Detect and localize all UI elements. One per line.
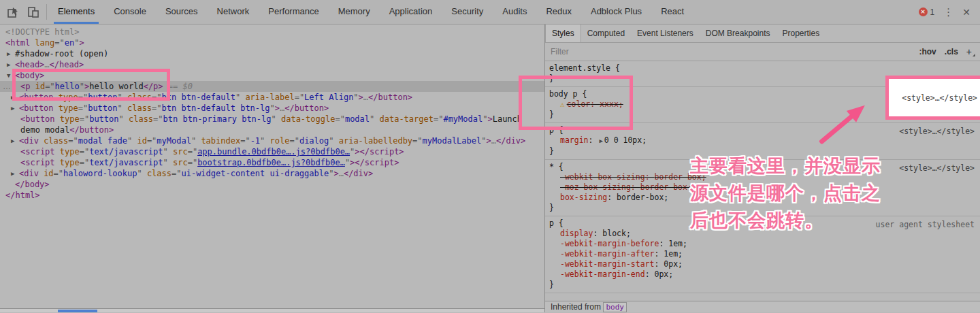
css-declaration[interactable]: -moz-box-sizing: border-box; [549, 182, 980, 193]
dom-tree-line[interactable]: <!DOCTYPE html> [0, 27, 544, 37]
filter-input[interactable]: Filter [551, 47, 569, 56]
tab-sources[interactable]: Sources [156, 0, 208, 24]
dom-tree-line[interactable]: </body> [0, 179, 544, 190]
css-declaration[interactable]: display: block; [549, 229, 980, 239]
expand-arrow-icon[interactable]: ▶ [7, 59, 15, 70]
dom-token: #shadow-root (open) [15, 49, 108, 59]
style-rule[interactable]: * {-webkit-box-sizing: border-box;-moz-b… [545, 160, 980, 216]
dom-token: demo modal [20, 125, 69, 135]
css-declaration[interactable]: -webkit-margin-after: 1em; [549, 249, 980, 259]
style-rule[interactable]: body p {⚠color: xxxx;}<style>…</style> [545, 87, 980, 123]
dom-token[interactable]: bootstrap.0bdfb0e….js?0bdfb0e… [197, 158, 345, 167]
style-rule[interactable]: element.style {} [545, 61, 980, 87]
css-declaration[interactable]: -webkit-box-sizing: border-box; [549, 172, 980, 182]
sidebar-tab-styles[interactable]: Styles [545, 24, 581, 42]
dom-token: aria-label [240, 93, 294, 102]
dom-token: … [44, 60, 49, 69]
dom-tree-line[interactable]: ▶<button type="button" class="btn btn-de… [0, 103, 544, 114]
expand-shorthand-icon[interactable]: ▶ [598, 137, 604, 144]
tab-performance[interactable]: Performance [259, 0, 328, 24]
tab-network[interactable]: Network [208, 0, 259, 24]
devtools-window: ElementsConsoleSourcesNetworkPerformance… [0, 0, 980, 313]
error-badge[interactable]: ✕ 1 [919, 7, 935, 17]
dom-token[interactable]: app.bundle.0bdfb0e….js?0bdfb0e… [197, 147, 350, 156]
dom-token: =" [172, 169, 181, 178]
css-declaration[interactable]: -webkit-margin-before: 1em; [549, 239, 980, 249]
dom-token: <html [5, 38, 30, 48]
css-declaration[interactable]: box-sizing: border-box; [549, 193, 980, 203]
dom-token: =" [434, 114, 443, 124]
dom-tree-line[interactable]: <script type="text/javascript" src="app.… [0, 146, 544, 157]
dom-tree-line[interactable]: ▶<div class="modal fade" id="myModal" ta… [0, 135, 544, 146]
stylesheet-origin-link[interactable]: <style>…</style> [899, 90, 975, 101]
dom-token: class [142, 169, 172, 178]
dom-token: src [168, 147, 188, 156]
dom-tree-line[interactable]: ▶#shadow-root (open) [0, 48, 544, 59]
rule-close-brace: } [549, 110, 980, 120]
style-rule[interactable]: p {margin: ▶0 0 10px;}<style>…</style> [545, 123, 980, 160]
sidebar-tab-event-listeners[interactable]: Event Listeners [631, 24, 700, 42]
tab-elements[interactable]: Elements [48, 0, 104, 24]
style-rule[interactable]: p {display: block;-webkit-margin-before:… [545, 216, 980, 293]
device-toolbar-icon[interactable] [26, 5, 41, 20]
dom-token: <head> [15, 60, 44, 69]
dom-tree-line[interactable]: <button type="button" class="btn btn-pri… [0, 114, 544, 125]
dom-tree-line[interactable]: ▼<body> [0, 70, 544, 81]
stylesheet-origin-link[interactable]: <style>…</style> [899, 163, 975, 174]
dom-tree-line[interactable]: ▶<button type="button" class="btn btn-de… [0, 92, 544, 103]
tab-audits[interactable]: Audits [493, 0, 536, 24]
dom-token: </html> [5, 191, 40, 200]
sidebar-tab-properties[interactable]: Properties [776, 24, 826, 42]
css-declaration[interactable]: -webkit-margin-end: 0px; [549, 269, 980, 280]
dom-token: <div [19, 136, 39, 146]
dom-token: type [54, 103, 78, 113]
dom-token: =" [68, 136, 78, 146]
stylesheet-origin-link[interactable]: <style>…</style> [899, 127, 975, 137]
expand-arrow-icon[interactable]: ▶ [11, 135, 19, 146]
close-icon[interactable]: ✕ [962, 7, 970, 18]
dom-token: text/javascript [89, 147, 163, 156]
expand-arrow-icon[interactable]: ▶ [11, 168, 19, 179]
tab-adblock-plus[interactable]: Adblock Plus [581, 0, 651, 24]
dom-token: > [355, 147, 359, 156]
breadcrumb-selected-chip[interactable] [58, 310, 97, 312]
dom-token: </button> [284, 103, 329, 113]
css-declaration[interactable]: -webkit-margin-start: 0px; [549, 259, 980, 269]
dom-tree-line[interactable]: <p id="hello">hello world</p> == $0 [0, 81, 544, 92]
tab-console[interactable]: Console [104, 0, 156, 24]
new-style-rule-button[interactable]: + [966, 46, 975, 57]
tab-application[interactable]: Application [380, 0, 442, 24]
dom-tree-line[interactable]: <script type="text/javascript" src="boot… [0, 157, 544, 168]
tab-security[interactable]: Security [442, 0, 493, 24]
dom-token: <body> [15, 71, 44, 80]
css-declaration[interactable]: margin: ▶0 0 10px; [549, 135, 980, 146]
dom-token: =" [152, 93, 161, 102]
devtools-content: <!DOCTYPE html><html lang="en">▶#shadow-… [0, 24, 980, 312]
toggle-cls-button[interactable]: .cls [945, 47, 958, 56]
tab-memory[interactable]: Memory [329, 0, 380, 24]
collapse-arrow-icon[interactable]: ▼ [7, 70, 15, 81]
dom-tree-line[interactable]: ▶<head>…</head> [0, 59, 544, 70]
expand-arrow-icon[interactable]: ▶ [11, 103, 19, 114]
rule-close-brace: } [549, 203, 980, 213]
more-options-icon[interactable]: ⋮ [943, 6, 953, 18]
sidebar-tab-dom-breakpoints[interactable]: DOM Breakpoints [700, 24, 777, 42]
dom-token: button [88, 93, 117, 102]
dom-token: </p> [144, 82, 163, 91]
dom-tree-line[interactable]: <html lang="en"> [0, 37, 544, 48]
expand-arrow-icon[interactable]: ▶ [7, 48, 15, 59]
toggle-hov-button[interactable]: :hov [919, 47, 936, 56]
inspect-element-icon[interactable] [5, 5, 20, 20]
dom-tree-line[interactable]: </html> [0, 190, 544, 201]
expand-arrow-icon[interactable]: ▶ [11, 92, 19, 103]
tab-redux[interactable]: Redux [536, 0, 581, 24]
dom-tree-line[interactable]: ▶<div id="haloword-lookup" class="ui-wid… [0, 168, 544, 179]
tab-react[interactable]: React [651, 0, 693, 24]
breadcrumb-bar [0, 308, 544, 312]
dom-tree-line[interactable]: demo modal</button> [0, 125, 544, 135]
css-declaration[interactable]: ⚠color: xxxx; [549, 99, 980, 110]
sidebar-tab-computed[interactable]: Computed [581, 24, 631, 42]
dom-token: <div [19, 169, 39, 178]
inherited-from-body-link[interactable]: body [603, 302, 627, 312]
node-more-actions[interactable]: … [3, 82, 12, 91]
